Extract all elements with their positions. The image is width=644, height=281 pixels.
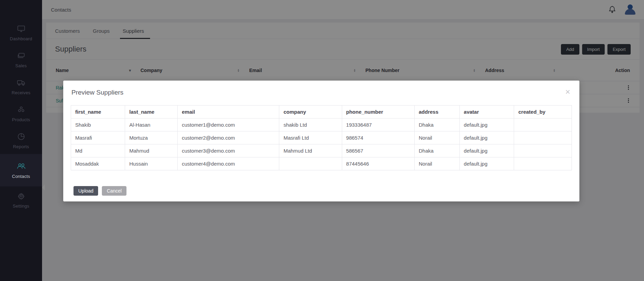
cell: Mosaddak	[71, 157, 125, 170]
cell: Dhaka	[414, 118, 459, 131]
people-icon	[16, 163, 26, 171]
sidebar-logo-area	[0, 0, 42, 19]
cell: Masrafi	[71, 131, 125, 144]
cell	[514, 157, 572, 170]
cell: Norail	[414, 131, 459, 144]
cell: Mahmud	[125, 144, 178, 157]
col-address: address	[414, 106, 459, 118]
cancel-button[interactable]: Cancel	[102, 186, 126, 196]
modal-title: Preview Suppliers	[71, 89, 123, 96]
sidebar: Dashboard Sales Receives Products Report…	[0, 0, 42, 281]
cell: shakib Ltd	[279, 118, 342, 131]
cell: 586567	[342, 144, 414, 157]
cell	[514, 131, 572, 144]
col-last-name: last_name	[125, 106, 178, 118]
col-avatar: avatar	[459, 106, 514, 118]
close-icon[interactable]: ✕	[565, 89, 571, 95]
sidebar-item-label: Reports	[13, 144, 29, 149]
cell: 986574	[342, 131, 414, 144]
pie-chart-icon	[17, 133, 25, 142]
cell	[279, 157, 342, 170]
cell: default.jpg	[459, 144, 514, 157]
cell: default.jpg	[459, 118, 514, 131]
cell: customer1@demo.com	[178, 118, 279, 131]
cell: customer2@demo.com	[178, 131, 279, 144]
sidebar-item-label: Products	[12, 117, 30, 122]
sidebar-item-dashboard[interactable]: Dashboard	[0, 19, 42, 46]
cell: 193336487	[342, 118, 414, 131]
sidebar-item-label: Sales	[15, 63, 27, 68]
cell: Al-Hasan	[125, 118, 178, 131]
cell: Md	[71, 144, 125, 157]
col-phone-number: phone_number	[342, 106, 414, 118]
cell: Hussain	[125, 157, 178, 170]
preview-row: Md Mahmud customer3@demo.com Mahmud Ltd …	[71, 144, 572, 157]
cell	[514, 118, 572, 131]
truck-icon	[17, 79, 26, 88]
cell: customer3@demo.com	[178, 144, 279, 157]
sidebar-item-label: Contacts	[12, 174, 30, 179]
cell: Mahmud Ltd	[279, 144, 342, 157]
sidebar-item-label: Dashboard	[10, 36, 32, 41]
cell: Mortuza	[125, 131, 178, 144]
preview-row: Mosaddak Hussain customer4@demo.com 8744…	[71, 157, 572, 170]
monitor-icon	[17, 25, 25, 34]
group-circles-icon	[17, 106, 25, 115]
cell	[514, 144, 572, 157]
upload-button[interactable]: Upload	[73, 186, 98, 196]
col-created-by: created_by	[514, 106, 572, 118]
cell: Dhaka	[414, 144, 459, 157]
sidebar-item-receives[interactable]: Receives	[0, 73, 42, 100]
cards-icon	[17, 52, 25, 61]
sidebar-item-products[interactable]: Products	[0, 100, 42, 127]
sidebar-item-label: Settings	[13, 203, 29, 209]
cell: default.jpg	[459, 131, 514, 144]
col-first-name: first_name	[71, 106, 125, 118]
preview-row: Shakib Al-Hasan customer1@demo.com shaki…	[71, 118, 572, 131]
cell: default.jpg	[459, 157, 514, 170]
sidebar-item-settings[interactable]: Settings	[0, 186, 42, 213]
cell: customer4@demo.com	[178, 157, 279, 170]
sidebar-item-sales[interactable]: Sales	[0, 46, 42, 73]
cell: 87445646	[342, 157, 414, 170]
sidebar-item-label: Receives	[12, 90, 30, 95]
sidebar-item-reports[interactable]: Reports	[0, 127, 42, 154]
cell: Norail	[414, 157, 459, 170]
gear-icon	[17, 192, 25, 201]
sidebar-item-contacts[interactable]: Contacts	[0, 154, 42, 186]
preview-table-header: first_name last_name email company phone…	[71, 106, 572, 118]
preview-row: Masrafi Mortuza customer2@demo.com Masra…	[71, 131, 572, 144]
col-company: company	[279, 106, 342, 118]
cell: Shakib	[71, 118, 125, 131]
preview-suppliers-modal: Preview Suppliers ✕ first_name last_name…	[63, 81, 579, 201]
cell: Masrafi Ltd	[279, 131, 342, 144]
col-email: email	[178, 106, 279, 118]
preview-suppliers-table: first_name last_name email company phone…	[71, 105, 572, 170]
